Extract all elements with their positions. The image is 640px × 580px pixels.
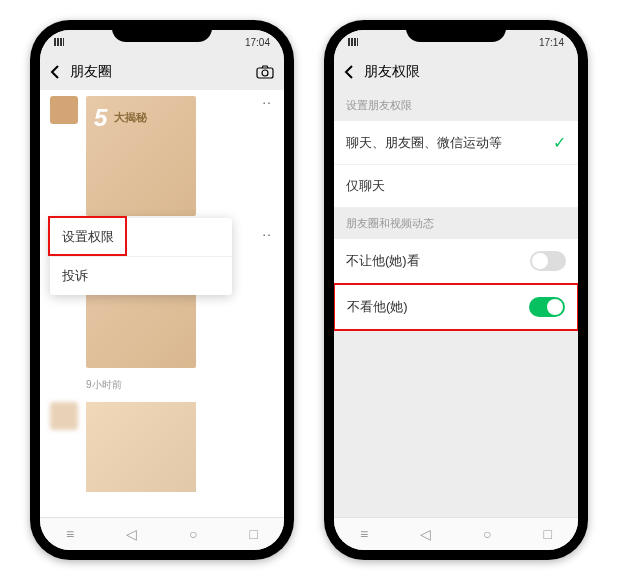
nav-bar: 朋友圈 — [40, 54, 284, 90]
row-label: 不让他(她)看 — [346, 252, 420, 270]
nav-title: 朋友权限 — [364, 63, 568, 81]
notch — [112, 20, 212, 42]
post-1: 5 大揭秘 ·· — [40, 90, 284, 222]
annotation-highlight: 不看他(她) — [334, 283, 578, 331]
check-icon: ✓ — [553, 133, 566, 152]
svg-point-1 — [262, 70, 268, 76]
back-key[interactable]: ◁ — [420, 526, 431, 542]
feed-content: 5 大揭秘 ·· ·· 9小时前 设置权限 — [40, 90, 284, 517]
annotation-highlight — [48, 216, 127, 256]
banner-text: 大揭秘 — [114, 110, 147, 125]
nav-title: 朋友圈 — [70, 63, 254, 81]
camera-button[interactable] — [254, 65, 274, 79]
post-menu-button[interactable]: ·· — [262, 226, 272, 242]
banner-num: 5 — [94, 104, 107, 132]
menu-report[interactable]: 投诉 — [50, 257, 232, 295]
screen-left: 17:04 朋友圈 5 大揭秘 ·· — [40, 30, 284, 550]
phone-right: 17:14 朋友权限 设置朋友权限 聊天、朋友圈、微信运动等 ✓ 仅聊天 朋友圈… — [324, 20, 588, 560]
section-header: 设置朋友权限 — [334, 90, 578, 121]
post-menu-button[interactable]: ·· — [262, 94, 272, 110]
back-key[interactable]: ◁ — [126, 526, 137, 542]
signal-icon — [54, 38, 64, 46]
menu-key[interactable]: ≡ — [66, 526, 74, 542]
notch — [406, 20, 506, 42]
toggle-hide[interactable] — [529, 297, 565, 317]
clock: 17:14 — [539, 37, 564, 48]
home-key[interactable]: ○ — [483, 526, 491, 542]
recent-key[interactable]: □ — [250, 526, 258, 542]
screen-right: 17:14 朋友权限 设置朋友权限 聊天、朋友圈、微信运动等 ✓ 仅聊天 朋友圈… — [334, 30, 578, 550]
back-button[interactable] — [50, 64, 70, 80]
signal-icon — [348, 38, 358, 46]
nav-bar: 朋友权限 — [334, 54, 578, 90]
clock: 17:04 — [245, 37, 270, 48]
back-button[interactable] — [344, 64, 364, 80]
post-image[interactable]: 5 大揭秘 — [86, 96, 196, 216]
row-block-them[interactable]: 不让他(她)看 — [334, 239, 578, 284]
post-3 — [40, 396, 284, 498]
avatar[interactable] — [50, 402, 78, 430]
option-all[interactable]: 聊天、朋友圈、微信运动等 ✓ — [334, 121, 578, 165]
row-label: 不看他(她) — [347, 298, 408, 316]
post-time: 9小时前 — [40, 374, 284, 396]
phone-left: 17:04 朋友圈 5 大揭秘 ·· — [30, 20, 294, 560]
option-chat-only[interactable]: 仅聊天 — [334, 165, 578, 208]
recent-key[interactable]: □ — [544, 526, 552, 542]
option-label: 仅聊天 — [346, 177, 385, 195]
option-label: 聊天、朋友圈、微信运动等 — [346, 134, 502, 152]
post-image[interactable] — [86, 402, 196, 492]
section-header: 朋友圈和视频动态 — [334, 208, 578, 239]
android-nav: ≡ ◁ ○ □ — [40, 517, 284, 550]
avatar[interactable] — [50, 96, 78, 124]
settings-content: 设置朋友权限 聊天、朋友圈、微信运动等 ✓ 仅聊天 朋友圈和视频动态 不让他(她… — [334, 90, 578, 517]
menu-key[interactable]: ≡ — [360, 526, 368, 542]
home-key[interactable]: ○ — [189, 526, 197, 542]
row-hide-them[interactable]: 不看他(她) — [335, 285, 577, 329]
toggle-block[interactable] — [530, 251, 566, 271]
android-nav: ≡ ◁ ○ □ — [334, 517, 578, 550]
